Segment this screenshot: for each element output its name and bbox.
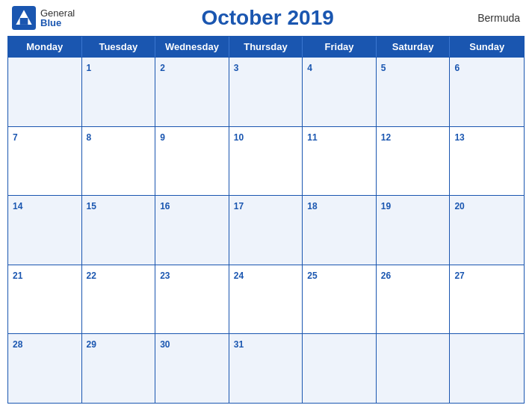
top-header: General Blue October 2019 Bermuda [0, 0, 532, 33]
day-headers: Monday Tuesday Wednesday Thursday Friday… [8, 37, 524, 57]
day-cell-22: 22 [82, 265, 156, 334]
week-row-5: 28 29 30 31 [8, 333, 524, 403]
day-cell-28: 28 [8, 334, 82, 403]
calendar-grid: Monday Tuesday Wednesday Thursday Friday… [7, 36, 525, 404]
day-cell-10: 10 [229, 127, 303, 196]
day-cell-4: 4 [303, 58, 377, 126]
day-cell-12: 12 [377, 127, 451, 196]
day-cell-27: 27 [450, 265, 524, 334]
day-cell-17: 17 [229, 196, 303, 265]
header-saturday: Saturday [377, 37, 451, 57]
day-cell-3: 3 [229, 58, 303, 126]
day-cell-19: 19 [377, 196, 451, 265]
day-cell-13: 13 [450, 127, 524, 196]
svg-rect-2 [20, 18, 28, 25]
logo-text: General Blue [40, 8, 75, 28]
day-cell-7: 7 [8, 127, 82, 196]
day-cell-29: 29 [82, 334, 156, 403]
generalblue-logo-icon [12, 6, 36, 30]
logo-area: General Blue [12, 6, 75, 30]
day-cell-18: 18 [303, 196, 377, 265]
day-cell-26: 26 [377, 265, 451, 334]
day-cell-1: 1 [82, 58, 156, 126]
day-cell-20: 20 [450, 196, 524, 265]
weeks-container: 1 2 3 4 5 6 7 8 9 10 11 12 13 14 15 16 [8, 57, 524, 403]
day-cell-9: 9 [155, 127, 229, 196]
day-cell-5: 5 [377, 58, 451, 126]
logo-blue-label: Blue [40, 18, 75, 28]
calendar-title: October 2019 [75, 6, 460, 30]
header-thursday: Thursday [229, 37, 303, 57]
header-wednesday: Wednesday [155, 37, 229, 57]
day-cell-11: 11 [303, 127, 377, 196]
week-row-3: 14 15 16 17 18 19 20 [8, 195, 524, 265]
day-cell-15: 15 [82, 196, 156, 265]
day-cell-empty-3 [377, 334, 451, 403]
day-cell-21: 21 [8, 265, 82, 334]
day-cell-6: 6 [450, 58, 524, 126]
day-cell-25: 25 [303, 265, 377, 334]
day-cell-14: 14 [8, 196, 82, 265]
header-sunday: Sunday [450, 37, 524, 57]
day-cell-30: 30 [155, 334, 229, 403]
week-row-2: 7 8 9 10 11 12 13 [8, 126, 524, 196]
day-cell-8: 8 [82, 127, 156, 196]
day-cell-empty [8, 58, 82, 126]
calendar-wrapper: General Blue October 2019 Bermuda Monday… [0, 0, 532, 411]
week-row-4: 21 22 23 24 25 26 27 [8, 265, 524, 334]
day-cell-empty-2 [303, 334, 377, 403]
day-cell-16: 16 [155, 196, 229, 265]
header-friday: Friday [303, 37, 377, 57]
day-cell-24: 24 [229, 265, 303, 334]
day-cell-empty-4 [450, 334, 524, 403]
region-label: Bermuda [460, 12, 520, 24]
day-cell-31: 31 [229, 334, 303, 403]
header-tuesday: Tuesday [82, 37, 156, 57]
day-cell-23: 23 [155, 265, 229, 334]
header-monday: Monday [8, 37, 82, 57]
day-cell-2: 2 [155, 58, 229, 126]
week-row-1: 1 2 3 4 5 6 [8, 57, 524, 126]
